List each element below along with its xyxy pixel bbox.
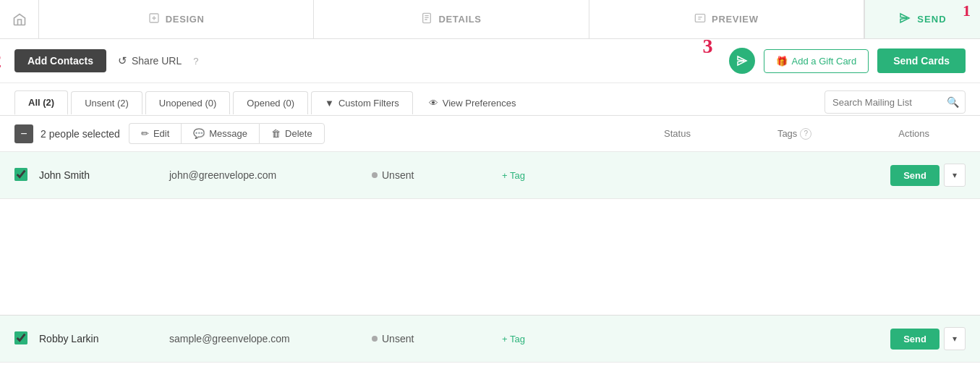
view-preferences-button[interactable]: 👁 View Preferences (416, 92, 529, 114)
contact-status: Unsent (372, 333, 502, 344)
chevron-down-icon: ▾ (953, 170, 957, 180)
status-column-header: Status (664, 128, 691, 139)
tab-send[interactable]: SEND 1 (864, 0, 980, 38)
tab-details[interactable]: DETAILS (314, 0, 589, 38)
preview-icon (694, 12, 706, 26)
contact-status: Unsent (372, 169, 502, 181)
svg-rect-2 (695, 14, 704, 22)
send-cards-button[interactable]: Send Cards (877, 48, 966, 73)
row2-dropdown-button[interactable]: ▾ (944, 327, 966, 350)
contacts-list: John Smith john@greenvelope.com Unsent +… (0, 152, 980, 363)
callout2-label: 2 (0, 49, 1, 72)
filter-opened[interactable]: Opened (0) (233, 91, 308, 114)
contact-actions: Send ▾ (890, 164, 966, 187)
message-button[interactable]: 💬 Message (181, 123, 259, 144)
search-mailing-input[interactable] (825, 97, 941, 108)
search-icon[interactable]: 🔍 (941, 96, 965, 108)
toolbar: 2 Add Contacts ↺ Share URL ? 3 🎁 Add a G… (0, 39, 980, 83)
help-icon[interactable]: ? (193, 56, 198, 67)
row1-checkbox-wrap[interactable] (14, 168, 27, 183)
contact-tags: + Tag (502, 169, 890, 181)
deselect-all-button[interactable]: − (14, 124, 33, 143)
toolbar-right: 3 🎁 Add a Gift Card Send Cards (729, 48, 966, 74)
people-selected-label: people selected (49, 128, 120, 140)
add-contacts-button[interactable]: Add Contacts (14, 49, 106, 72)
column-headers: Status Tags ? Actions (664, 128, 966, 140)
send-icon (898, 12, 911, 27)
filter-unsent[interactable]: Unsent (2) (71, 91, 142, 114)
status-dot (372, 336, 378, 342)
status-dot (372, 172, 378, 178)
contact-actions: Send ▾ (890, 327, 966, 350)
row2-checkbox-wrap[interactable] (14, 331, 27, 347)
share-icon: ↺ (118, 54, 127, 67)
row2-send-button[interactable]: Send (890, 329, 939, 350)
details-icon (421, 12, 433, 26)
edit-button[interactable]: ✏ Edit (129, 123, 181, 144)
eye-icon: 👁 (429, 98, 438, 109)
step1-callout: 1 (963, 3, 971, 19)
filter-icon: ▼ (325, 98, 334, 109)
top-navigation: DESIGN DETAILS PREVIEW SEND 1 (0, 0, 980, 39)
contact-tags: + Tag (502, 333, 890, 344)
actions-column-header: Actions (898, 128, 929, 139)
row1-dropdown-button[interactable]: ▾ (944, 164, 966, 187)
filter-all[interactable]: All (2) (14, 90, 68, 115)
row1-send-button[interactable]: Send (890, 165, 939, 186)
selected-count: 2 (41, 128, 46, 140)
table-row: John Smith john@greenvelope.com Unsent +… (0, 152, 980, 199)
add-tag-button[interactable]: + Tag (502, 170, 525, 181)
filter-bar: All (2) Unsent (2) Unopened (0) Opened (… (0, 83, 980, 116)
row1-checkbox[interactable] (14, 168, 27, 181)
share-url-button[interactable]: ↺ Share URL (118, 54, 182, 67)
add-tag-button[interactable]: + Tag (502, 334, 525, 344)
tags-help-icon[interactable]: ? (800, 128, 811, 140)
home-icon[interactable] (0, 0, 39, 38)
filter-unopened[interactable]: Unopened (0) (145, 91, 231, 114)
contact-email: john@greenvelope.com (169, 169, 372, 181)
edit-icon: ✏ (141, 128, 149, 139)
search-mailing-container: 🔍 (825, 90, 966, 114)
contact-email: sample@greenvelope.com (169, 333, 372, 344)
design-icon (148, 12, 160, 26)
row2-checkbox[interactable] (14, 331, 27, 344)
step3-circle (729, 48, 755, 74)
table-row: Robby Larkin sample@greenvelope.com Unse… (0, 315, 980, 363)
contact-name: John Smith (39, 169, 169, 181)
selection-bar: − 2 people selected ✏ Edit 💬 Message 🗑 D… (0, 116, 980, 152)
delete-icon: 🗑 (271, 128, 281, 139)
add-gift-card-button[interactable]: 🎁 Add a Gift Card (764, 49, 869, 73)
chevron-down-icon: ▾ (953, 334, 957, 344)
contact-name: Robby Larkin (39, 333, 169, 344)
bulk-actions: ✏ Edit 💬 Message 🗑 Delete (129, 123, 325, 144)
tags-column-header: Tags ? (777, 128, 811, 140)
tab-design[interactable]: DESIGN (39, 0, 314, 38)
gift-icon: 🎁 (776, 56, 788, 67)
custom-filters-button[interactable]: ▼ Custom Filters (311, 91, 413, 114)
tab-preview[interactable]: PREVIEW (589, 0, 864, 38)
message-icon: 💬 (193, 128, 205, 139)
delete-button[interactable]: 🗑 Delete (259, 123, 325, 144)
